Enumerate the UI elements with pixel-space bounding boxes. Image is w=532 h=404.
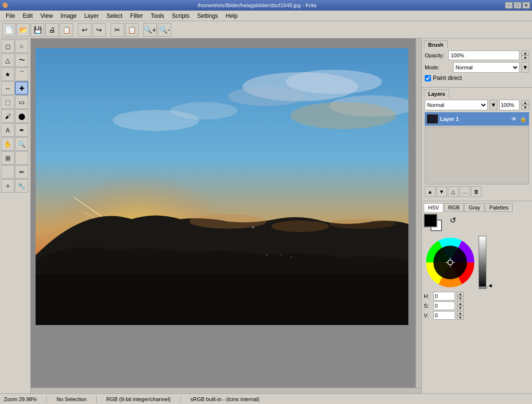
- swap-colors-icon[interactable]: ↺: [450, 216, 456, 225]
- menu-settings[interactable]: Settings: [193, 12, 222, 20]
- foreground-swatch[interactable]: [424, 214, 437, 227]
- open-button[interactable]: 📂: [16, 23, 30, 37]
- layer-lock-icon[interactable]: 🔒: [519, 115, 527, 123]
- opacity-input[interactable]: [448, 51, 519, 60]
- menu-filter[interactable]: Filter: [127, 12, 147, 20]
- canvas-area[interactable]: [31, 39, 421, 393]
- color-wheel[interactable]: [424, 236, 477, 289]
- layer-opacity-up[interactable]: ▲: [521, 100, 529, 105]
- layer-opacity-input[interactable]: [499, 100, 519, 110]
- menu-edit[interactable]: Edit: [19, 12, 37, 20]
- menu-image[interactable]: Image: [57, 12, 80, 20]
- grid-tool[interactable]: ⊞: [1, 151, 14, 165]
- layer-add-button[interactable]: ▲: [425, 186, 435, 197]
- brush-tab[interactable]: Brush: [424, 40, 448, 49]
- v-spinner: ▲ ▼: [457, 311, 464, 320]
- vertical-scrollbar[interactable]: [416, 39, 421, 393]
- layer-opacity-down[interactable]: ▼: [521, 105, 529, 110]
- layer-move-down-button[interactable]: ▼: [436, 186, 447, 197]
- svg-point-3: [286, 70, 382, 94]
- h-down[interactable]: ▼: [457, 296, 464, 300]
- layer-row-1[interactable]: Layer 1 👁 🔒: [425, 112, 529, 126]
- polygon-select-tool[interactable]: △: [1, 53, 14, 67]
- layers-panel-content: Normal Multiply ▼ ▲ ▼ Layer 1 👁 🔒: [424, 98, 530, 199]
- fill-tool[interactable]: ⬤: [15, 109, 28, 123]
- move-tool[interactable]: ✚: [15, 81, 28, 95]
- s-down[interactable]: ▼: [457, 306, 464, 310]
- menu-tools[interactable]: Tools: [147, 12, 168, 20]
- zoom-out-button[interactable]: 🔍-: [158, 23, 171, 37]
- s-input[interactable]: [433, 301, 455, 310]
- value-bar-arrow[interactable]: ◄: [487, 236, 493, 289]
- tab-palettes[interactable]: Palettes: [485, 203, 513, 212]
- dummy-tool[interactable]: [15, 151, 28, 165]
- shape-tool[interactable]: ▭: [15, 95, 28, 109]
- undo-button[interactable]: ↩: [78, 23, 91, 37]
- export-button[interactable]: 📋: [60, 23, 73, 37]
- new-button[interactable]: 📄: [2, 23, 15, 37]
- tab-gray[interactable]: Gray: [464, 203, 484, 212]
- mode-dropdown-btn[interactable]: ▼: [521, 62, 529, 73]
- paint-direct-checkbox[interactable]: [425, 75, 431, 81]
- tool-row-2: △ 〜: [1, 53, 29, 67]
- pencil-tool[interactable]: ✏: [15, 165, 28, 179]
- ellipse-select-tool[interactable]: ○: [15, 39, 28, 53]
- rectangle-select-tool[interactable]: ◻: [1, 39, 14, 53]
- tab-hsv[interactable]: HSV: [424, 203, 443, 212]
- print-button[interactable]: 🖨: [45, 23, 59, 37]
- save-button[interactable]: 💾: [31, 23, 44, 37]
- copy-button[interactable]: 📋: [125, 23, 139, 37]
- v-up[interactable]: ▲: [457, 311, 464, 315]
- h-input[interactable]: [433, 292, 455, 300]
- tool-row-5: ⬚ ▭: [1, 95, 29, 109]
- zoom-in-button[interactable]: 🔍+: [143, 23, 157, 37]
- star-tool[interactable]: ★: [1, 67, 14, 81]
- svg-point-28: [170, 102, 238, 119]
- v-input[interactable]: [433, 311, 455, 320]
- layer-blend-dropdown[interactable]: ▼: [490, 100, 497, 110]
- h-up[interactable]: ▲: [457, 292, 464, 296]
- calligraphy-tool[interactable]: ✒: [15, 123, 28, 137]
- value-bar[interactable]: [479, 236, 486, 289]
- menu-file[interactable]: File: [2, 12, 19, 20]
- value-bar-handle[interactable]: [479, 287, 487, 288]
- layer-blend-select[interactable]: Normal Multiply: [425, 100, 488, 110]
- opacity-down[interactable]: ▼: [521, 55, 529, 60]
- color-tabs: HSV RGB Gray Palettes: [424, 203, 530, 212]
- menu-scripts[interactable]: Scripts: [168, 12, 193, 20]
- color-profile: sRGB built-in - (lcms internal): [190, 396, 260, 402]
- path-tool[interactable]: ⌒: [15, 67, 28, 81]
- zoom-tool[interactable]: 🔍: [15, 137, 28, 151]
- layer-eye-icon[interactable]: 👁: [510, 115, 518, 123]
- brush-tool[interactable]: 🖌: [1, 109, 14, 123]
- opacity-up[interactable]: ▲: [521, 51, 529, 55]
- close-button[interactable]: ✕: [522, 2, 530, 9]
- menu-help[interactable]: Help: [222, 12, 241, 20]
- horizontal-scrollbar[interactable]: [31, 388, 421, 393]
- text-tool[interactable]: A: [1, 123, 14, 137]
- transform-tool[interactable]: ↔: [1, 81, 14, 95]
- tab-rgb[interactable]: RGB: [444, 203, 464, 212]
- toolbox: ◻ ○ △ 〜 ★ ⌒ ↔ ✚ ⬚ ▭ 🖌 ⬤ A ✒ ✋ 🔍: [0, 39, 31, 393]
- s-up[interactable]: ▲: [457, 301, 464, 306]
- smart-patch-tool[interactable]: ⟡: [1, 179, 14, 193]
- minimize-button[interactable]: −: [505, 2, 513, 9]
- layer-move-up-button[interactable]: △: [448, 186, 458, 197]
- layer-more-button[interactable]: …: [459, 186, 470, 197]
- layers-empty-area: [425, 127, 529, 184]
- v-down[interactable]: ▼: [457, 315, 464, 320]
- clone-tool[interactable]: 🔧: [15, 179, 28, 193]
- freehand-select-tool[interactable]: 〜: [15, 53, 28, 67]
- menu-layer[interactable]: Layer: [80, 12, 102, 20]
- mode-select[interactable]: Normal Multiply Screen Overlay: [453, 62, 519, 73]
- redo-button[interactable]: ↪: [92, 23, 106, 37]
- maximize-button[interactable]: □: [514, 2, 521, 9]
- menu-view[interactable]: View: [37, 12, 57, 20]
- crop-tool[interactable]: ⬚: [1, 95, 14, 109]
- layers-tab[interactable]: Layers: [424, 90, 449, 98]
- layer-delete-button[interactable]: 🗑: [471, 186, 481, 197]
- cut-button[interactable]: ✂: [111, 23, 124, 37]
- menu-select[interactable]: Select: [102, 12, 126, 20]
- pan-tool[interactable]: ✋: [1, 137, 14, 151]
- eraser-tool[interactable]: [1, 165, 14, 179]
